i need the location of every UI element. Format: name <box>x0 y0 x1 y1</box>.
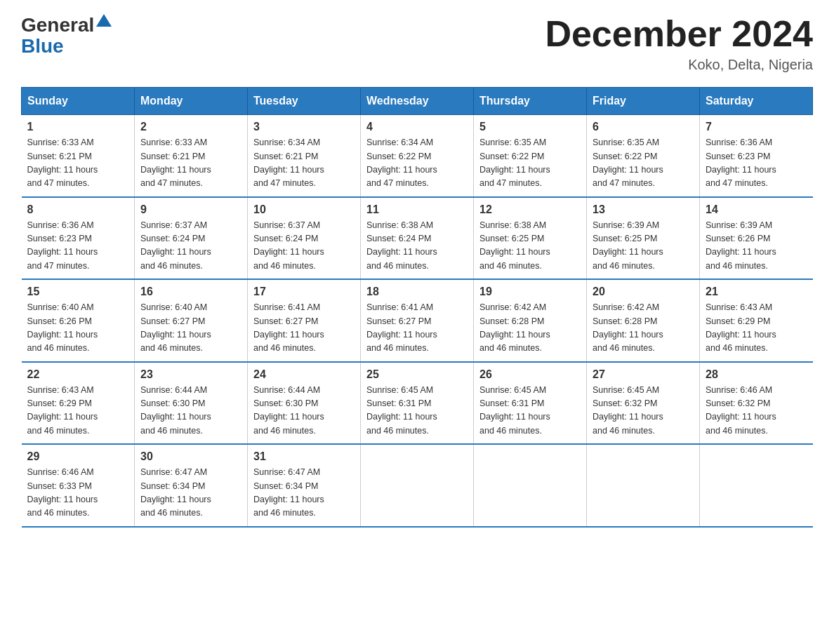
day-info: Sunrise: 6:42 AMSunset: 6:28 PMDaylight:… <box>479 301 581 356</box>
day-number: 18 <box>366 286 468 298</box>
calendar-cell: 7Sunrise: 6:36 AMSunset: 6:23 PMDaylight… <box>700 115 813 197</box>
day-number: 13 <box>593 203 694 216</box>
day-number: 9 <box>140 203 241 216</box>
day-number: 10 <box>253 203 355 216</box>
calendar-cell: 17Sunrise: 6:41 AMSunset: 6:27 PMDayligh… <box>248 279 361 362</box>
page-header: General Blue December 2024 Koko, Delta, … <box>21 14 813 73</box>
title-section: December 2024 Koko, Delta, Nigeria <box>545 14 813 73</box>
calendar-cell: 26Sunrise: 6:45 AMSunset: 6:31 PMDayligh… <box>474 362 587 445</box>
day-info: Sunrise: 6:39 AMSunset: 6:25 PMDaylight:… <box>593 219 694 274</box>
day-info: Sunrise: 6:38 AMSunset: 6:25 PMDaylight:… <box>479 219 581 274</box>
calendar-cell: 13Sunrise: 6:39 AMSunset: 6:25 PMDayligh… <box>587 197 700 280</box>
day-number: 2 <box>140 121 241 133</box>
day-info: Sunrise: 6:36 AMSunset: 6:23 PMDaylight:… <box>706 136 807 191</box>
logo-blue-text: Blue <box>21 36 112 56</box>
day-number: 8 <box>27 203 129 216</box>
calendar-cell <box>700 444 813 527</box>
day-info: Sunrise: 6:41 AMSunset: 6:27 PMDaylight:… <box>253 301 355 356</box>
calendar-cell: 22Sunrise: 6:43 AMSunset: 6:29 PMDayligh… <box>22 362 135 445</box>
location-text: Koko, Delta, Nigeria <box>545 57 813 73</box>
calendar-cell: 24Sunrise: 6:44 AMSunset: 6:30 PMDayligh… <box>248 362 361 445</box>
day-info: Sunrise: 6:37 AMSunset: 6:24 PMDaylight:… <box>140 219 241 274</box>
day-info: Sunrise: 6:40 AMSunset: 6:26 PMDaylight:… <box>27 301 129 356</box>
day-info: Sunrise: 6:44 AMSunset: 6:30 PMDaylight:… <box>140 384 241 438</box>
week-row-2: 8Sunrise: 6:36 AMSunset: 6:23 PMDaylight… <box>22 197 813 280</box>
logo: General Blue <box>21 14 112 56</box>
day-info: Sunrise: 6:42 AMSunset: 6:28 PMDaylight:… <box>593 301 694 356</box>
day-info: Sunrise: 6:46 AMSunset: 6:32 PMDaylight:… <box>706 384 807 438</box>
calendar-cell: 28Sunrise: 6:46 AMSunset: 6:32 PMDayligh… <box>700 362 813 445</box>
header-thursday: Thursday <box>474 88 587 115</box>
day-info: Sunrise: 6:34 AMSunset: 6:21 PMDaylight:… <box>253 136 355 191</box>
day-number: 26 <box>479 368 581 381</box>
day-number: 27 <box>593 368 694 381</box>
day-info: Sunrise: 6:37 AMSunset: 6:24 PMDaylight:… <box>253 219 355 274</box>
day-info: Sunrise: 6:46 AMSunset: 6:33 PMDaylight:… <box>27 466 129 521</box>
day-number: 22 <box>27 368 129 381</box>
day-number: 7 <box>706 121 807 133</box>
day-number: 17 <box>253 286 355 298</box>
day-number: 11 <box>366 203 468 216</box>
calendar-cell: 2Sunrise: 6:33 AMSunset: 6:21 PMDaylight… <box>135 115 248 197</box>
day-number: 19 <box>479 286 581 298</box>
day-number: 23 <box>140 368 241 381</box>
calendar-cell: 15Sunrise: 6:40 AMSunset: 6:26 PMDayligh… <box>22 279 135 362</box>
day-info: Sunrise: 6:45 AMSunset: 6:32 PMDaylight:… <box>593 384 694 438</box>
day-info: Sunrise: 6:44 AMSunset: 6:30 PMDaylight:… <box>253 384 355 438</box>
day-info: Sunrise: 6:36 AMSunset: 6:23 PMDaylight:… <box>27 219 129 274</box>
day-info: Sunrise: 6:43 AMSunset: 6:29 PMDaylight:… <box>706 301 807 356</box>
header-monday: Monday <box>135 88 248 115</box>
header-friday: Friday <box>587 88 700 115</box>
day-info: Sunrise: 6:39 AMSunset: 6:26 PMDaylight:… <box>706 219 807 274</box>
calendar-cell <box>587 444 700 527</box>
month-title: December 2024 <box>545 14 813 54</box>
calendar-cell: 14Sunrise: 6:39 AMSunset: 6:26 PMDayligh… <box>700 197 813 280</box>
day-number: 31 <box>253 450 355 463</box>
week-row-5: 29Sunrise: 6:46 AMSunset: 6:33 PMDayligh… <box>22 444 813 527</box>
day-number: 1 <box>27 121 129 133</box>
calendar-cell <box>361 444 474 527</box>
week-row-1: 1Sunrise: 6:33 AMSunset: 6:21 PMDaylight… <box>22 115 813 197</box>
day-number: 24 <box>253 368 355 381</box>
calendar-cell: 3Sunrise: 6:34 AMSunset: 6:21 PMDaylight… <box>248 115 361 197</box>
day-info: Sunrise: 6:43 AMSunset: 6:29 PMDaylight:… <box>27 384 129 438</box>
day-number: 12 <box>479 203 581 216</box>
day-info: Sunrise: 6:45 AMSunset: 6:31 PMDaylight:… <box>479 384 581 438</box>
day-info: Sunrise: 6:45 AMSunset: 6:31 PMDaylight:… <box>366 384 468 438</box>
calendar-cell: 19Sunrise: 6:42 AMSunset: 6:28 PMDayligh… <box>474 279 587 362</box>
calendar-cell: 25Sunrise: 6:45 AMSunset: 6:31 PMDayligh… <box>361 362 474 445</box>
calendar-cell: 21Sunrise: 6:43 AMSunset: 6:29 PMDayligh… <box>700 279 813 362</box>
day-number: 20 <box>593 286 694 298</box>
day-number: 3 <box>253 121 355 133</box>
day-number: 29 <box>27 450 129 463</box>
day-number: 30 <box>140 450 241 463</box>
calendar-cell: 4Sunrise: 6:34 AMSunset: 6:22 PMDaylight… <box>361 115 474 197</box>
day-info: Sunrise: 6:35 AMSunset: 6:22 PMDaylight:… <box>479 136 581 191</box>
calendar-cell: 5Sunrise: 6:35 AMSunset: 6:22 PMDaylight… <box>474 115 587 197</box>
logo-general-text: General <box>21 14 94 36</box>
day-number: 4 <box>366 121 468 133</box>
week-row-4: 22Sunrise: 6:43 AMSunset: 6:29 PMDayligh… <box>22 362 813 445</box>
day-number: 16 <box>140 286 241 298</box>
day-number: 14 <box>706 203 807 216</box>
day-number: 6 <box>593 121 694 133</box>
day-number: 21 <box>706 286 807 298</box>
calendar-cell <box>474 444 587 527</box>
calendar-cell: 18Sunrise: 6:41 AMSunset: 6:27 PMDayligh… <box>361 279 474 362</box>
header-sunday: Sunday <box>22 88 135 115</box>
header-tuesday: Tuesday <box>248 88 361 115</box>
day-info: Sunrise: 6:41 AMSunset: 6:27 PMDaylight:… <box>366 301 468 356</box>
calendar-cell: 12Sunrise: 6:38 AMSunset: 6:25 PMDayligh… <box>474 197 587 280</box>
day-info: Sunrise: 6:34 AMSunset: 6:22 PMDaylight:… <box>366 136 468 191</box>
week-row-3: 15Sunrise: 6:40 AMSunset: 6:26 PMDayligh… <box>22 279 813 362</box>
calendar-cell: 20Sunrise: 6:42 AMSunset: 6:28 PMDayligh… <box>587 279 700 362</box>
calendar-cell: 10Sunrise: 6:37 AMSunset: 6:24 PMDayligh… <box>248 197 361 280</box>
calendar-cell: 16Sunrise: 6:40 AMSunset: 6:27 PMDayligh… <box>135 279 248 362</box>
calendar-cell: 23Sunrise: 6:44 AMSunset: 6:30 PMDayligh… <box>135 362 248 445</box>
day-info: Sunrise: 6:38 AMSunset: 6:24 PMDaylight:… <box>366 219 468 274</box>
day-number: 25 <box>366 368 468 381</box>
header-saturday: Saturday <box>700 88 813 115</box>
day-number: 15 <box>27 286 129 298</box>
calendar-table: SundayMondayTuesdayWednesdayThursdayFrid… <box>21 87 813 528</box>
logo-triangle-icon <box>96 14 112 27</box>
